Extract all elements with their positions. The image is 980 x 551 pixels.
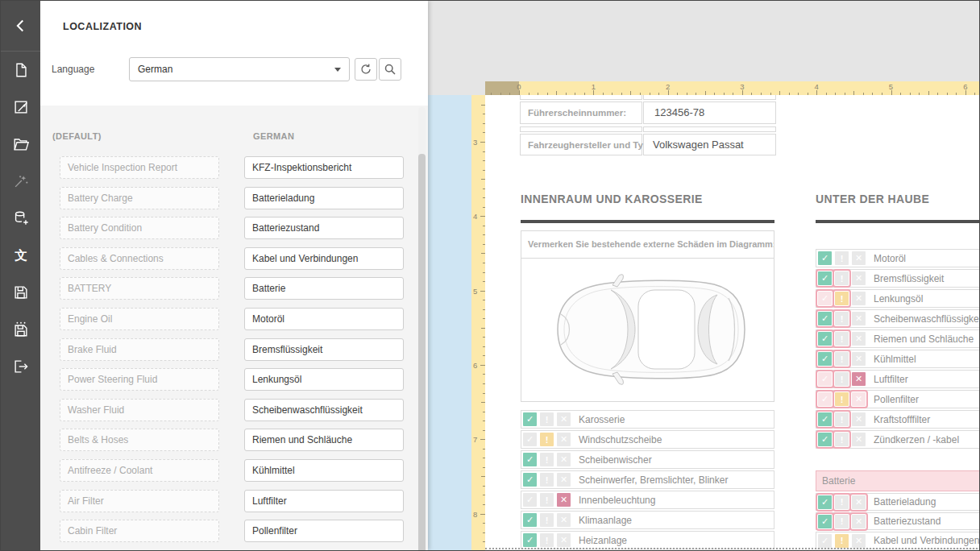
localization-row: Cables & Connections [40, 247, 428, 270]
damage-diagram-box[interactable]: Vermerken Sie bestehende externe Schäden… [521, 230, 774, 402]
exit-icon[interactable] [1, 348, 40, 385]
checklist-row[interactable]: ✓!✕Heizanlage [521, 531, 774, 549]
checklist-row[interactable]: ✓!✕Kraftstofffilter [816, 410, 980, 429]
source-text: Air Filter [60, 490, 219, 512]
scrollbar-thumb[interactable] [418, 154, 426, 550]
translation-input[interactable] [244, 459, 404, 482]
warn-cell-icon: ! [540, 433, 554, 446]
save-icon[interactable] [1, 274, 40, 311]
refresh-icon [359, 63, 372, 76]
magic-wand-icon [1, 163, 40, 200]
translation-input[interactable] [244, 520, 404, 542]
report-designer-window: 文 LOCALIZATION Language German (DEFAULT)… [0, 0, 980, 551]
checklist-row[interactable]: ✓!✕Batterieladung [816, 493, 980, 511]
checklist-row[interactable]: ✓!✕Motoröl [816, 249, 980, 267]
checklist-row[interactable]: ✓!✕Scheibenwaschflüssigkeit [816, 309, 980, 328]
ruler-number: 4 [473, 212, 477, 221]
checklist-row[interactable]: ✓!✕Batteriezustand [816, 512, 980, 530]
cross-cell-icon: ✕ [852, 292, 866, 305]
checklist-row[interactable]: ✓!✕Scheinwerfer, Bremslichter, Blinker [521, 470, 774, 489]
check-cell-icon: ✓ [818, 515, 832, 528]
translation-input[interactable] [244, 399, 404, 421]
warn-cell-icon: ! [540, 533, 554, 547]
source-text: Brake Fluid [60, 338, 219, 361]
checklist-row[interactable]: ✓!✕Lenkungsöl [816, 289, 980, 308]
localization-row: Cabin Filter [40, 520, 428, 542]
checklist-label: Riemen und Schläuche [874, 334, 974, 345]
localization-row: Power Steering Fluid [40, 368, 428, 391]
warn-cell-icon: ! [835, 372, 849, 386]
source-text: Battery Charge [60, 187, 219, 209]
section-underline [521, 220, 774, 223]
ruler-number: 5 [473, 286, 477, 295]
checklist-row[interactable]: ✓!✕Kabel und Verbindungen [816, 532, 980, 549]
warn-cell-icon: ! [835, 412, 849, 426]
translation-input[interactable] [244, 429, 404, 451]
status-list-under-hood: ✓!✕Motoröl✓!✕Bremsflüssigkeit✓!✕Lenkungs… [816, 249, 980, 450]
checklist-row[interactable]: ✓!✕Pollenfilter [816, 390, 980, 408]
cross-cell-icon: ✕ [852, 251, 866, 265]
checklist-row[interactable]: ✓!✕Windschutzscheibe [521, 430, 774, 449]
cross-cell-icon: ✕ [852, 515, 866, 528]
svg-text:文: 文 [14, 248, 27, 263]
panel-scrollbar[interactable] [418, 107, 426, 550]
localization-icon[interactable]: 文 [1, 237, 40, 274]
column-header-default: (DEFAULT) [52, 131, 102, 141]
checklist-row[interactable]: ✓!✕Luftfilter [816, 370, 980, 388]
check-cell-icon: ✓ [818, 271, 832, 285]
checklist-row[interactable]: ✓!✕Riemen und Schläuche [816, 329, 980, 348]
localization-rows: Vehicle Inspection ReportBattery ChargeB… [40, 156, 428, 550]
checklist-row[interactable]: ✓!✕Zündkerzen / -kabel [816, 430, 980, 449]
new-data-source-icon[interactable] [1, 200, 40, 237]
check-cell-icon: ✓ [818, 332, 832, 346]
new-document-icon[interactable] [1, 52, 40, 89]
checklist-label: Innenbeleuchtung [579, 495, 655, 506]
panel-title: LOCALIZATION [63, 21, 142, 32]
source-text: Engine Oil [60, 308, 219, 330]
back-chevron-icon-button[interactable] [1, 1, 40, 52]
refresh-button[interactable] [355, 58, 377, 81]
checklist-row[interactable]: ✓!✕Kühlmittel [816, 350, 980, 368]
check-cell-icon: ✓ [523, 513, 537, 527]
checklist-label: Kabel und Verbindungen [874, 535, 979, 546]
save-as-icon[interactable] [1, 311, 40, 348]
checklist-label: Batterieladung [874, 496, 936, 508]
warn-cell-icon: ! [540, 493, 554, 507]
check-cell-icon: ✓ [818, 352, 832, 366]
translation-input[interactable] [244, 156, 404, 179]
translation-input[interactable] [244, 247, 404, 270]
language-dropdown[interactable]: German [129, 57, 350, 81]
checklist-row[interactable]: ✓!✕Bremsflüssigkeit [816, 269, 980, 288]
search-icon [384, 63, 397, 76]
translation-input[interactable] [244, 338, 404, 361]
translation-input[interactable] [244, 187, 404, 209]
translation-input[interactable] [244, 490, 404, 512]
section-title: INNENRAUM UND KAROSSERIE [521, 193, 703, 205]
open-folder-icon[interactable] [1, 126, 40, 163]
source-text: BATTERY [60, 277, 219, 300]
cross-cell-icon: ✕ [852, 352, 866, 366]
localization-row: BATTERY [40, 277, 428, 300]
checklist-row[interactable]: ✓!✕Klimaanlage [521, 511, 774, 529]
ruler-margin-zone [485, 81, 519, 95]
translation-input[interactable] [244, 368, 404, 391]
checklist-row[interactable]: ✓!✕Innenbeleuchtung [521, 491, 774, 509]
translation-input[interactable] [244, 308, 404, 330]
status-list-battery: ✓!✕Batterieladung✓!✕Batteriezustand✓!✕Ka… [816, 493, 980, 551]
section-interior-body: INNENRAUM UND KAROSSERIE Vermerken Sie b… [521, 95, 774, 551]
cross-cell-icon: ✕ [557, 493, 571, 507]
checklist-label: Karosserie [579, 414, 625, 425]
ruler-number: 3 [473, 138, 477, 147]
checklist-label: Motoröl [874, 253, 906, 264]
battery-group-header[interactable]: Batterie [816, 470, 980, 491]
report-page[interactable]: Führerscheinnummer: 123456-78 Fahrzeughe… [485, 95, 980, 551]
report-wizard-icon[interactable] [1, 89, 40, 126]
localization-row: Washer Fluid [40, 399, 428, 421]
translation-input[interactable] [244, 277, 404, 300]
source-text: Power Steering Fluid [60, 368, 219, 391]
search-button[interactable] [379, 58, 401, 81]
checklist-row[interactable]: ✓!✕Karosserie [521, 410, 774, 429]
vertical-ruler: 345678 [471, 95, 486, 550]
translation-input[interactable] [244, 217, 404, 239]
checklist-row[interactable]: ✓!✕Scheibenwischer [521, 450, 774, 469]
